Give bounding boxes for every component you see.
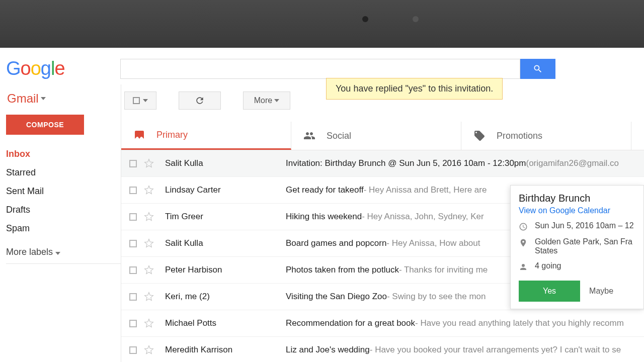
search-icon (533, 64, 543, 74)
row-checkbox[interactable] (129, 160, 137, 167)
email-preview: - Swing by to see the mon (387, 292, 486, 302)
header: Google (0, 48, 644, 84)
star-button[interactable] (144, 158, 154, 168)
email-preview: - Have you booked your travel arrangemen… (370, 345, 621, 355)
row-checkbox[interactable] (129, 293, 137, 301)
person-icon (519, 262, 528, 272)
more-labels-button[interactable]: More labels (6, 247, 121, 264)
search-form (120, 59, 555, 79)
gmail-dropdown[interactable]: Gmail (6, 88, 121, 115)
email-preview: - Have you read anything lately that you… (415, 318, 624, 328)
checkbox-icon (133, 97, 140, 104)
more-button-label: More (254, 96, 272, 105)
more-button[interactable]: More (243, 92, 290, 110)
search-input[interactable] (120, 59, 520, 79)
email-subject: Liz and Joe's wedding (286, 345, 370, 355)
email-subject: Photos taken from the potluck (286, 265, 399, 275)
email-sender: Peter Harbison (165, 265, 286, 275)
email-preview: - Hey Anissa, How about (386, 238, 480, 248)
people-icon (303, 130, 315, 142)
star-button[interactable] (144, 212, 154, 222)
clock-icon (519, 222, 528, 231)
rsvp-buttons: Yes Maybe (519, 281, 635, 302)
star-button[interactable] (144, 185, 154, 195)
event-time: Sun Jun 5, 2016 10am – 12 (519, 221, 635, 231)
event-going-text: 4 going (535, 261, 561, 270)
email-subject: Board games and popcorn (286, 238, 386, 248)
email-sender: Salit Kulla (165, 238, 286, 248)
row-checkbox[interactable] (129, 320, 137, 327)
email-sender: Salit Kulla (165, 158, 286, 168)
caret-down-icon (143, 99, 148, 102)
more-labels-text: More labels (6, 247, 53, 257)
star-button[interactable] (144, 292, 154, 302)
email-sender: Michael Potts (165, 318, 286, 328)
caret-down-icon (55, 252, 60, 255)
email-subject: Invitation: Birthday Brunch @ Sun Jun 5,… (286, 158, 526, 168)
nav-spam[interactable]: Spam (6, 219, 121, 238)
tab-label: Primary (156, 130, 188, 140)
email-subject: Hiking this weekend (286, 212, 362, 222)
inbox-icon (133, 129, 145, 141)
tab-social[interactable]: Social (291, 122, 461, 150)
camera-dot (362, 16, 368, 22)
event-time-text: Sun Jun 5, 2016 10am – 12 (535, 221, 634, 230)
row-checkbox[interactable] (129, 187, 137, 194)
email-sender: Keri, me (2) (165, 292, 286, 302)
email-subject: Visiting the San Diego Zoo (286, 292, 387, 302)
row-checkbox[interactable] (129, 266, 137, 274)
google-logo: Google (6, 58, 65, 79)
select-all-button[interactable] (124, 92, 156, 110)
nav-sent[interactable]: Sent Mail (6, 182, 121, 201)
refresh-button[interactable] (179, 92, 221, 110)
email-row[interactable]: Salit KullaInvitation: Birthday Brunch @… (121, 150, 644, 177)
event-popup: Birthday Brunch View on Google Calendar … (510, 185, 644, 309)
tab-label: Social (327, 131, 351, 141)
nav-drafts[interactable]: Drafts (6, 201, 121, 219)
email-preview: (origamifan26@gmail.co (526, 158, 619, 168)
device-bezel (0, 0, 644, 48)
gmail-label-text: Gmail (7, 92, 39, 106)
email-sender: Meredith Karrison (165, 345, 286, 355)
event-title: Birthday Brunch (519, 193, 635, 204)
category-tabs: Primary Social Promotions (121, 122, 644, 150)
star-button[interactable] (144, 318, 154, 328)
tab-primary[interactable]: Primary (121, 122, 291, 150)
row-checkbox[interactable] (129, 213, 137, 221)
event-location: Golden Gate Park, San Fra States (519, 237, 635, 255)
caret-down-icon (274, 99, 279, 102)
caret-down-icon (41, 97, 46, 100)
email-preview: - Thanks for inviting me (399, 265, 488, 275)
star-button[interactable] (144, 265, 154, 275)
nav-list: Inbox Starred Sent Mail Drafts Spam (6, 145, 121, 238)
row-checkbox[interactable] (129, 240, 137, 247)
compose-button[interactable]: COMPOSE (6, 115, 84, 135)
tag-icon (473, 130, 486, 142)
star-button[interactable] (144, 345, 154, 355)
email-preview: - Hey Anissa and Brett, Here are (364, 185, 487, 195)
rsvp-maybe-button[interactable]: Maybe (589, 287, 613, 296)
email-subject: Get ready for takeoff (286, 185, 364, 195)
nav-starred[interactable]: Starred (6, 163, 121, 182)
event-location-text: Golden Gate Park, San Fra States (535, 237, 635, 255)
rsvp-yes-button[interactable]: Yes (519, 281, 580, 302)
email-sender: Tim Greer (165, 212, 286, 222)
tab-label: Promotions (497, 131, 542, 141)
row-checkbox[interactable] (129, 346, 137, 354)
view-calendar-link[interactable]: View on Google Calendar (519, 206, 610, 215)
event-going: 4 going (519, 261, 635, 272)
search-button[interactable] (520, 59, 555, 79)
email-row[interactable]: Michael PottsRecommendation for a great … (121, 310, 644, 337)
email-preview: - Hey Anissa, John, Sydney, Ker (362, 212, 484, 222)
sidebar: Gmail COMPOSE Inbox Starred Sent Mail Dr… (0, 84, 121, 362)
email-subject: Recommendation for a great book (286, 318, 415, 328)
refresh-icon (195, 96, 205, 106)
location-icon (519, 238, 528, 247)
email-sender: Lindsay Carter (165, 185, 286, 195)
camera-dot (413, 16, 419, 22)
rsvp-notice: You have replied "yes" to this invitatio… (326, 78, 503, 100)
email-row[interactable]: Meredith KarrisonLiz and Joe's wedding -… (121, 337, 644, 362)
tab-promotions[interactable]: Promotions (461, 122, 631, 150)
star-button[interactable] (144, 238, 154, 248)
nav-inbox[interactable]: Inbox (6, 145, 121, 163)
